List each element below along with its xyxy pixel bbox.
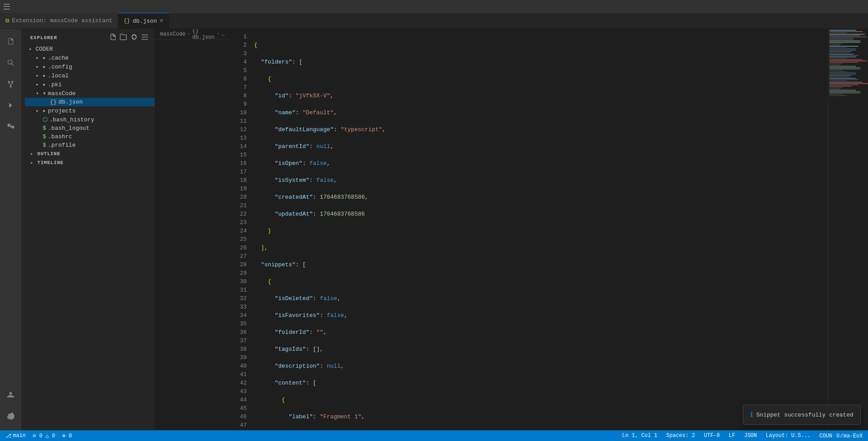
timeline-section-header[interactable]: TIMELINE (21, 158, 155, 167)
sidebar-item-masscode[interactable]: ▾ massCode (25, 89, 155, 98)
profile-label: .profile (48, 142, 76, 148)
pki-folder-icon: ▸ (43, 81, 46, 88)
sidebar-item-bash-logout[interactable]: $ .bash_logout (25, 124, 155, 132)
status-extension[interactable]: COUN ②/ma-EoX (818, 430, 864, 441)
sidebar-item-bash-history[interactable]: ⬡ .bash_history (25, 115, 155, 124)
code-editor[interactable]: 12345 678910 1112131415 1617181920 21222… (230, 29, 828, 430)
status-layout[interactable]: Layout: U.S... (764, 430, 812, 441)
branch-icon: ⎇ (5, 433, 12, 439)
status-warnings[interactable]: ⊕ 0 (60, 430, 74, 441)
minimap[interactable] (828, 29, 868, 430)
outline-label: OUTLINE (37, 151, 60, 156)
config-label: .config (48, 64, 72, 70)
db-json-file-icon: {} (50, 99, 57, 105)
pki-label: .pki (48, 81, 62, 88)
breadcrumb-more[interactable]: … (221, 31, 224, 37)
editor-main[interactable]: massCode › {} db.json › … 12345 678910 1… (155, 29, 828, 430)
status-eol[interactable]: LF (727, 430, 737, 441)
extension-tab[interactable]: ⧉ Extension: massCode assistant (0, 13, 118, 28)
toast-info-icon: ℹ (750, 410, 753, 419)
breadcrumb-sep1: › (187, 31, 191, 37)
status-errors[interactable]: ⊘ 0 △ 0 (31, 430, 57, 441)
warnings-label: ⊕ 0 (62, 433, 72, 439)
language-label: JSON (744, 433, 757, 439)
bash-history-icon: ⬡ (43, 116, 48, 123)
code-content[interactable]: { "folders": [ { "id": "jVfkSX-V", "name… (252, 31, 828, 430)
bash-logout-label: .bash_logout (48, 125, 90, 132)
activity-bar (0, 29, 21, 430)
status-branch[interactable]: ⎇ main (4, 430, 28, 441)
status-language[interactable]: JSON (742, 430, 759, 441)
db-json-tab[interactable]: {} db.json × (118, 13, 169, 28)
masscode-chevron (34, 91, 41, 96)
tab-bar: ⧉ Extension: massCode assistant {} db.js… (0, 13, 868, 29)
local-label: .local (48, 72, 69, 79)
sidebar-actions (108, 32, 149, 43)
masscode-label: massCode (48, 90, 76, 97)
local-chevron (34, 73, 41, 78)
sidebar-item-pki[interactable]: ▸ .pki (25, 80, 155, 89)
breadcrumb-sep2: › (216, 31, 219, 37)
branch-label: main (13, 433, 26, 439)
eol-label: LF (729, 433, 735, 439)
root-folder-coder[interactable]: CODER (25, 45, 155, 53)
folder-section: CODER ▸ .cache ▸ .config ▸ .local (21, 45, 155, 149)
cache-label: .cache (48, 55, 69, 61)
refresh-button[interactable] (130, 32, 139, 43)
bashrc-label: .bashrc (48, 133, 72, 140)
activity-source-control[interactable] (0, 73, 21, 95)
layout-label: Layout: U.S... (766, 433, 811, 439)
toast-notification: ℹ Snippet successfully created (743, 405, 861, 425)
status-bar: ⎇ main ⊘ 0 △ 0 ⊕ 0 Ln 1, Col 1 Spaces: 2… (0, 430, 868, 441)
collapse-button[interactable] (140, 32, 149, 43)
config-chevron (34, 64, 41, 69)
title-bar-left (4, 3, 11, 10)
activity-account[interactable] (0, 384, 21, 405)
sidebar-item-local[interactable]: ▸ .local (25, 71, 155, 80)
breadcrumb-masscode[interactable]: massCode (160, 31, 186, 37)
line-numbers: 12345 678910 1112131415 1617181920 21222… (230, 31, 252, 430)
masscode-folder-icon: ▾ (43, 90, 46, 97)
config-folder-icon: ▸ (43, 63, 46, 70)
new-folder-button[interactable] (119, 32, 128, 43)
sidebar-item-projects[interactable]: ▸ projects (25, 106, 155, 115)
pki-chevron (34, 82, 41, 87)
sidebar-item-config[interactable]: ▸ .config (25, 62, 155, 71)
extension-tab-label: Extension: massCode assistant (12, 17, 112, 24)
outline-section-header[interactable]: OUTLINE (21, 149, 155, 158)
title-bar (0, 0, 868, 13)
activity-settings[interactable] (0, 405, 21, 427)
cache-chevron (34, 55, 41, 60)
breadcrumb-db-json[interactable]: {} db.json (192, 29, 215, 40)
extension-status-label: COUN ②/ma-EoX (820, 433, 863, 439)
sidebar-item-db-json[interactable]: {} db.json (25, 98, 155, 106)
db-json-tab-label: db.json (133, 18, 157, 24)
db-json-tab-close[interactable]: × (159, 18, 163, 24)
projects-chevron (34, 108, 41, 113)
bash-logout-icon: $ (43, 125, 46, 132)
activity-search[interactable] (0, 52, 21, 73)
activity-extensions[interactable] (0, 116, 21, 137)
new-file-button[interactable] (108, 32, 117, 43)
status-position[interactable]: Ln 1, Col 1 (620, 430, 659, 441)
sidebar-item-bashrc[interactable]: $ .bashrc (25, 132, 155, 141)
encoding-label: UTF-8 (704, 433, 720, 439)
profile-icon: $ (43, 142, 46, 148)
hamburger-menu-icon[interactable] (4, 3, 11, 10)
position-label: Ln 1, Col 1 (622, 433, 657, 439)
coder-chevron (27, 47, 34, 52)
activity-explorer[interactable] (0, 31, 21, 52)
sidebar-item-cache[interactable]: ▸ .cache (25, 53, 155, 62)
outline-chevron (28, 151, 36, 156)
status-spaces[interactable]: Spaces: 2 (665, 430, 697, 441)
sidebar-item-profile[interactable]: $ .profile (25, 141, 155, 149)
sidebar-header: EXPLORER (21, 29, 155, 45)
json-tab-icon: {} (123, 18, 130, 24)
root-folder-label: CODER (36, 46, 53, 52)
spaces-label: Spaces: 2 (666, 433, 695, 439)
main-area: EXPLORER CODER (0, 29, 868, 430)
db-json-label: db.json (59, 99, 83, 105)
activity-run[interactable] (0, 95, 21, 116)
status-encoding[interactable]: UTF-8 (702, 430, 722, 441)
projects-folder-icon: ▸ (43, 107, 46, 114)
